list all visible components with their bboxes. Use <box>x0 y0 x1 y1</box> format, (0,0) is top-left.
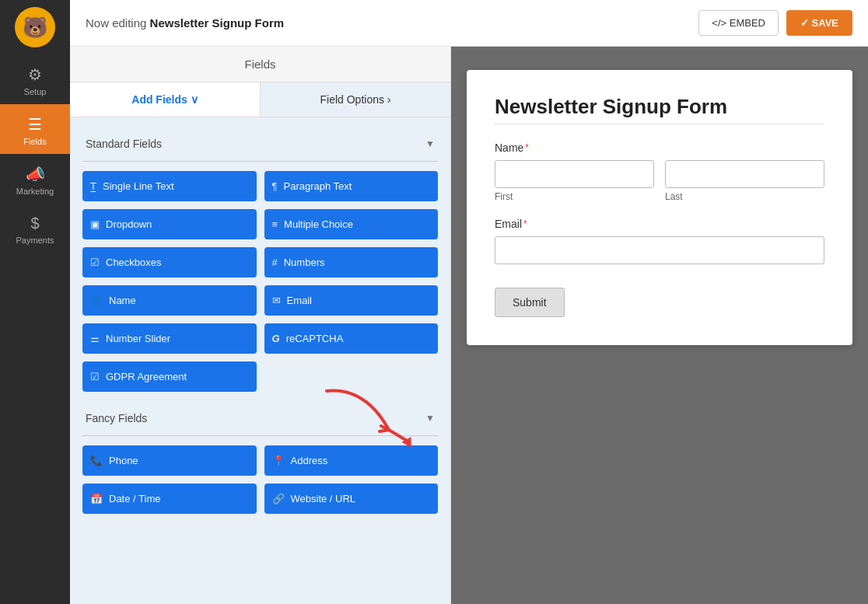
save-button[interactable]: ✓ SAVE <box>786 10 852 36</box>
sidebar-item-payments[interactable]: $ Payments <box>0 204 70 253</box>
standard-fields-section[interactable]: Standard Fields ▼ <box>82 130 438 158</box>
embed-button[interactable]: </> EMBED <box>698 10 779 36</box>
phone-label: Phone <box>109 455 138 466</box>
email-input[interactable] <box>495 236 824 264</box>
name-required-indicator: * <box>525 142 529 153</box>
standard-fields-label: Standard Fields <box>86 138 162 150</box>
number-slider-icon: ⚌ <box>90 333 100 344</box>
numbers-icon: # <box>272 257 278 268</box>
header-actions: </> EMBED ✓ SAVE <box>698 10 852 36</box>
field-btn-website-url[interactable]: 🔗 Website / URL <box>264 484 439 514</box>
sidebar-item-marketing[interactable]: 📣 Marketing <box>0 154 70 204</box>
gdpr-icon: ☑ <box>90 371 100 382</box>
last-name-column: Last <box>665 160 824 202</box>
paragraph-text-icon: ¶ <box>272 180 278 192</box>
checkboxes-icon: ☑ <box>90 257 100 268</box>
header: Now editing Newsletter Signup Form </> E… <box>70 0 868 47</box>
marketing-icon: 📣 <box>26 165 45 183</box>
field-btn-dropdown[interactable]: ▣ Dropdown <box>82 209 257 239</box>
form-card: Newsletter Signup Form Name * First <box>467 70 852 345</box>
email-label: Email <box>287 295 313 306</box>
last-name-sublabel: Last <box>665 191 824 202</box>
numbers-label: Numbers <box>284 257 325 268</box>
field-btn-checkboxes[interactable]: ☑ Checkboxes <box>82 247 257 278</box>
field-btn-gdpr[interactable]: ☑ GDPR Agreement <box>82 361 257 392</box>
tab-add-fields[interactable]: Add Fields ∨ <box>70 82 261 117</box>
date-time-icon: 📅 <box>90 493 103 504</box>
field-btn-name[interactable]: 👤 Name <box>82 285 257 316</box>
sidebar-logo: 🐻 <box>0 0 70 54</box>
website-url-label: Website / URL <box>291 493 356 504</box>
field-btn-email[interactable]: ✉ Email <box>264 285 439 316</box>
address-icon: 📍 <box>272 455 285 466</box>
field-btn-date-time[interactable]: 📅 Date / Time <box>82 484 257 514</box>
form-email-group: Email * <box>495 218 824 264</box>
fancy-divider <box>82 435 438 436</box>
fields-panel: Fields Add Fields ∨ Field Options › Stan… <box>70 47 451 604</box>
field-btn-number-slider[interactable]: ⚌ Number Slider <box>82 323 257 354</box>
fancy-fields-section[interactable]: Fancy Fields ▼ <box>82 404 438 432</box>
field-btn-multiple-choice[interactable]: ≡ Multiple Choice <box>264 209 439 239</box>
name-label: Name <box>109 295 136 306</box>
fancy-fields-grid: 📞 Phone 📍 Address 📅 Date / Time 🔗 Websit… <box>82 445 438 514</box>
field-btn-phone[interactable]: 📞 Phone <box>82 445 257 476</box>
dropdown-icon: ▣ <box>90 218 100 230</box>
form-name-title: Newsletter Signup Form <box>150 16 285 30</box>
last-name-input[interactable] <box>665 160 824 188</box>
header-title: Now editing Newsletter Signup Form <box>86 16 284 30</box>
field-btn-single-line-text[interactable]: T̲ Single Line Text <box>82 171 257 201</box>
phone-icon: 📞 <box>90 455 103 466</box>
email-required-indicator: * <box>523 218 527 229</box>
gdpr-label: GDPR Agreement <box>106 371 187 382</box>
sidebar-label-payments: Payments <box>16 236 54 245</box>
first-name-column: First <box>495 160 654 202</box>
sidebar-item-fields[interactable]: ☰ Fields <box>0 104 70 154</box>
fields-tabs: Add Fields ∨ Field Options › <box>70 82 450 117</box>
form-preview-title: Newsletter Signup Form <box>495 95 824 119</box>
first-name-sublabel: First <box>495 191 654 202</box>
first-name-input[interactable] <box>495 160 654 188</box>
name-subfields-row: First Last <box>495 160 824 202</box>
recaptcha-icon: G <box>272 333 280 344</box>
paragraph-text-label: Paragraph Text <box>283 180 352 192</box>
single-line-text-label: Single Line Text <box>103 180 174 192</box>
form-title-divider <box>495 124 824 124</box>
standard-divider <box>82 161 438 162</box>
number-slider-label: Number Slider <box>106 333 170 344</box>
fields-panel-header: Fields <box>70 47 450 82</box>
main-content: Now editing Newsletter Signup Form </> E… <box>70 0 868 604</box>
recaptcha-label: reCAPTCHA <box>286 333 344 344</box>
logo-icon: 🐻 <box>15 7 55 47</box>
sidebar-label-setup: Setup <box>24 87 47 96</box>
form-name-group: Name * First Last <box>495 141 824 202</box>
setup-icon: ⚙ <box>28 65 42 84</box>
tab-field-options[interactable]: Field Options › <box>261 82 450 117</box>
sidebar: 🐻 ⚙ Setup ☰ Fields 📣 Marketing $ Payment… <box>0 0 70 604</box>
checkboxes-label: Checkboxes <box>106 257 162 268</box>
field-btn-recaptcha[interactable]: G reCAPTCHA <box>264 323 439 354</box>
submit-button[interactable]: Submit <box>495 288 565 317</box>
preview-panel: Newsletter Signup Form Name * First <box>451 47 868 604</box>
dropdown-label: Dropdown <box>106 218 152 230</box>
fields-icon: ☰ <box>28 115 42 134</box>
multiple-choice-label: Multiple Choice <box>284 218 353 230</box>
fields-scroll-area: Standard Fields ▼ T̲ Single Line Text ¶ … <box>70 117 450 604</box>
fancy-fields-label: Fancy Fields <box>86 412 147 424</box>
content-row: Fields Add Fields ∨ Field Options › Stan… <box>70 47 868 604</box>
email-icon: ✉ <box>272 295 281 306</box>
field-btn-address[interactable]: 📍 Address <box>264 445 439 476</box>
sidebar-item-setup[interactable]: ⚙ Setup <box>0 54 70 104</box>
editing-prefix: Now editing <box>86 16 146 30</box>
single-line-text-icon: T̲ <box>90 180 96 192</box>
sidebar-label-fields: Fields <box>23 137 46 146</box>
sidebar-label-marketing: Marketing <box>16 187 54 196</box>
address-label: Address <box>291 455 328 466</box>
form-name-label: Name * <box>495 141 824 154</box>
website-url-icon: 🔗 <box>272 493 285 504</box>
multiple-choice-icon: ≡ <box>272 218 278 230</box>
date-time-label: Date / Time <box>109 493 160 504</box>
field-btn-numbers[interactable]: # Numbers <box>264 247 439 278</box>
fancy-fields-chevron: ▼ <box>425 413 435 424</box>
field-btn-paragraph-text[interactable]: ¶ Paragraph Text <box>264 171 439 201</box>
standard-fields-grid: T̲ Single Line Text ¶ Paragraph Text ▣ D… <box>82 171 438 392</box>
